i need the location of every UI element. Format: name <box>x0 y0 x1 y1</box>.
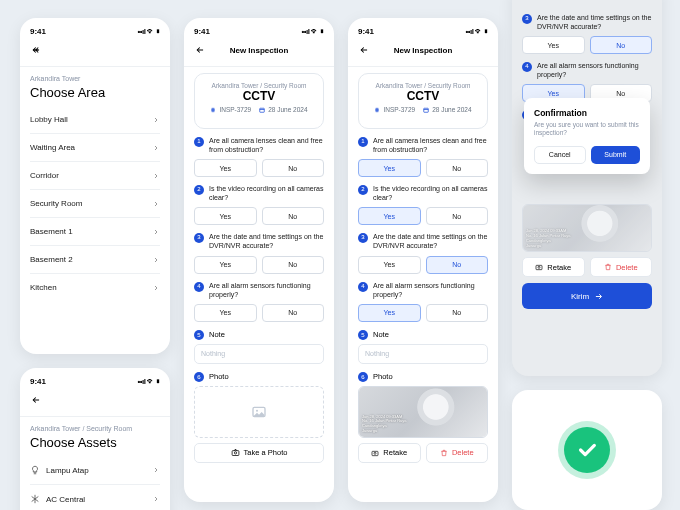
area-item-1[interactable]: Waiting Area <box>30 134 160 162</box>
chevron-right-icon <box>152 172 160 180</box>
arrow-left-icon <box>32 395 42 405</box>
page-title: Choose Area <box>30 85 160 100</box>
back-button[interactable] <box>30 43 44 57</box>
status-bar: 9:41 ••ıl ᯤ ▮ <box>30 377 160 386</box>
inspection-id: INSP-3729 <box>210 106 251 113</box>
no-button[interactable]: No <box>262 159 325 177</box>
area-item-3[interactable]: Security Room <box>30 190 160 218</box>
area-item-5[interactable]: Basement 2 <box>30 246 160 274</box>
photo-preview: Jun 28, 2024 09:33AM No. 16 Jalan Pintar… <box>358 386 488 438</box>
area-item-6[interactable]: Kitchen <box>30 274 160 301</box>
asset-item-0[interactable]: Lampu Atap <box>30 456 160 485</box>
yes-button[interactable]: Yes <box>358 256 421 274</box>
chevron-right-icon <box>152 284 160 292</box>
asset-title: CCTV <box>367 89 479 103</box>
chevron-right-icon <box>152 116 160 124</box>
confirm-submit-button[interactable]: Submit <box>591 146 641 164</box>
photo-watermark: Jun 28, 2024 09:33AM No. 16 Jalan Pintar… <box>362 415 406 434</box>
question-2: 2Is the video recording on all cameras c… <box>358 184 488 202</box>
back-button[interactable] <box>358 43 372 57</box>
chevron-right-icon <box>152 466 160 474</box>
yes-button[interactable]: Yes <box>194 256 257 274</box>
asset-card: Arkandira Tower / Security Room CCTV INS… <box>358 73 488 129</box>
area-item-0[interactable]: Lobby Hall <box>30 106 160 134</box>
chevron-right-icon <box>152 256 160 264</box>
no-button[interactable]: No <box>426 207 489 225</box>
success-card <box>512 390 662 510</box>
no-button[interactable]: No <box>262 304 325 322</box>
page-title: New Inspection <box>358 46 488 55</box>
area-item-4[interactable]: Basement 1 <box>30 218 160 246</box>
svg-point-4 <box>234 452 236 454</box>
camera-icon <box>371 449 379 457</box>
yes-button[interactable]: Yes <box>358 159 421 177</box>
note-label-row: 5Note <box>194 330 324 340</box>
note-input[interactable]: Nothing <box>358 344 488 364</box>
yes-button[interactable]: Yes <box>194 207 257 225</box>
yes-button[interactable]: Yes <box>194 159 257 177</box>
confirmation-modal: Confirmation Are you sure you want to su… <box>524 98 650 174</box>
question-3: 3Are the date and time settings on the D… <box>358 232 488 250</box>
svg-rect-5 <box>424 108 429 112</box>
status-bar: 9:41 ••ıl ᯤ ▮ <box>194 27 324 36</box>
asset-list: Lampu AtapAC CentralAlarm <box>30 456 160 510</box>
question-1: 1Are all camera lenses clean and free fr… <box>358 136 488 154</box>
note-label: Note <box>209 330 225 339</box>
yes-button[interactable]: Yes <box>358 304 421 322</box>
delete-button[interactable]: Delete <box>426 443 489 463</box>
retake-button[interactable]: Retake <box>358 443 421 463</box>
page-title: New Inspection <box>194 46 324 55</box>
photo-label: Photo <box>373 372 393 381</box>
chevron-right-icon <box>152 144 160 152</box>
signal-battery-icon: ••ıl ᯤ ▮ <box>138 27 161 36</box>
signal-battery-icon: ••ıl ᯤ ▮ <box>466 27 489 36</box>
lightbulb-icon <box>30 465 40 475</box>
breadcrumb: Arkandira Tower / Security Room <box>203 82 315 89</box>
clock: 9:41 <box>30 377 46 386</box>
yes-button[interactable]: Yes <box>194 304 257 322</box>
signal-battery-icon: ••ıl ᯤ ▮ <box>138 377 161 386</box>
note-label-row: 5Note <box>358 330 488 340</box>
confirmation-overlay: Confirmation Are you sure you want to su… <box>512 0 662 376</box>
area-label: Basement 2 <box>30 255 73 264</box>
chevron-right-icon <box>152 200 160 208</box>
back-button[interactable] <box>194 43 208 57</box>
no-button[interactable]: No <box>426 304 489 322</box>
calendar-icon <box>259 107 265 113</box>
arrow-left-icon <box>196 45 206 55</box>
modal-title: Confirmation <box>534 108 640 118</box>
asset-label: AC Central <box>46 495 85 504</box>
success-check <box>564 427 610 473</box>
area-label: Basement 1 <box>30 227 73 236</box>
chevron-right-icon <box>152 495 160 503</box>
cancel-button[interactable]: Cancel <box>534 146 586 164</box>
modal-body: Are you sure you want to submit this ins… <box>534 121 640 138</box>
asset-label: Lampu Atap <box>46 466 89 475</box>
svg-rect-3 <box>232 451 239 456</box>
photo-label: Photo <box>209 372 229 381</box>
svg-rect-6 <box>372 451 378 455</box>
question-4: 4Are all alarm sensors functioning prope… <box>194 281 324 299</box>
clock: 9:41 <box>30 27 46 36</box>
no-button[interactable]: No <box>426 256 489 274</box>
asset-item-1[interactable]: AC Central <box>30 485 160 510</box>
hash-icon <box>210 107 216 113</box>
no-button[interactable]: No <box>262 207 325 225</box>
yes-button[interactable]: Yes <box>358 207 421 225</box>
question-4: 4Are all alarm sensors functioning prope… <box>358 281 488 299</box>
area-item-2[interactable]: Corridor <box>30 162 160 190</box>
note-input[interactable]: Nothing <box>194 344 324 364</box>
take-photo-button[interactable]: Take a Photo <box>194 443 324 463</box>
arrow-left-icon <box>32 45 42 55</box>
photo-placeholder[interactable] <box>194 386 324 438</box>
asset-card: Arkandira Tower / Security Room CCTV INS… <box>194 73 324 129</box>
status-bar: 9:41 ••ıl ᯤ ▮ <box>30 27 160 36</box>
calendar-icon <box>423 107 429 113</box>
image-icon <box>251 404 267 420</box>
no-button[interactable]: No <box>426 159 489 177</box>
trash-icon <box>440 449 448 457</box>
page-title: Choose Assets <box>30 435 160 450</box>
no-button[interactable]: No <box>262 256 325 274</box>
photo-label-row: 6Photo <box>358 372 488 382</box>
back-button[interactable] <box>30 393 44 407</box>
